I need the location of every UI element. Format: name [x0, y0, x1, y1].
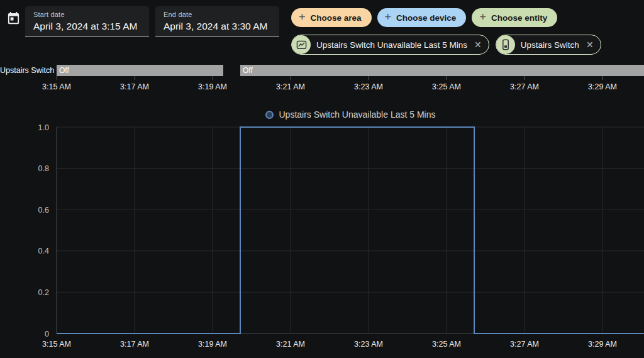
filter-chip[interactable]: Upstairs Switch Unavailable Last 5 Mins✕	[291, 35, 489, 55]
choose-entity-button[interactable]: +Choose entity	[472, 8, 557, 27]
y-tick-label: 0.6	[38, 206, 49, 215]
filter-buttons: +Choose area+Choose device+Choose entity	[291, 8, 557, 27]
y-tick-label: 0.8	[38, 164, 49, 173]
chip-close-icon[interactable]: ✕	[474, 40, 482, 49]
timeline-tick-label: 3:25 AM	[432, 82, 461, 91]
plus-icon: +	[479, 11, 486, 23]
timeline-tick	[57, 76, 57, 80]
x-tick-label: 3:17 AM	[120, 340, 149, 349]
start-date-label: Start date	[33, 11, 142, 18]
y-tick-label: 0	[45, 330, 49, 338]
switch-device-icon	[496, 35, 515, 54]
chip-label: Upstairs Switch	[521, 40, 579, 50]
timeline-tick	[602, 76, 603, 80]
series-line	[57, 127, 644, 333]
history-page: Start date April 3, 2024 at 3:15 AM End …	[0, 0, 644, 358]
choose-device-button[interactable]: +Choose device	[377, 8, 467, 27]
timeline-tick-label: 3:27 AM	[510, 82, 539, 91]
x-tick-label: 3:27 AM	[510, 340, 539, 349]
x-tick-label: 3:15 AM	[42, 340, 71, 349]
chip-label: Upstairs Switch Unavailable Last 5 Mins	[316, 40, 467, 50]
end-date-field[interactable]: End date April 3, 2024 at 3:30 AM	[155, 6, 279, 36]
x-tick-label: 3:29 AM	[588, 340, 617, 349]
button-label: Choose area	[311, 13, 362, 23]
timeline-tick	[213, 76, 213, 80]
x-tick-label: 3:19 AM	[198, 340, 227, 349]
history-chart[interactable]: 1.00.80.60.40.203:15 AM3:17 AM3:19 AM3:2…	[0, 101, 644, 352]
x-tick-label: 3:23 AM	[354, 340, 383, 349]
timeline-tick-label: 3:23 AM	[354, 82, 383, 91]
chart-line-icon	[292, 35, 311, 54]
timeline-tick-label: 3:21 AM	[276, 82, 305, 91]
timeline-tick-label: 3:15 AM	[42, 82, 71, 91]
timeline-bars: OffOff	[0, 65, 644, 76]
filter-chip[interactable]: Upstairs Switch✕	[496, 35, 601, 55]
start-date-field[interactable]: Start date April 3, 2024 at 3:15 AM	[25, 6, 149, 36]
x-tick-label: 3:25 AM	[432, 340, 461, 349]
timeline-tick	[291, 76, 291, 80]
timeline-tick	[369, 76, 369, 80]
plus-icon: +	[385, 11, 392, 23]
choose-area-button[interactable]: +Choose area	[291, 8, 372, 27]
timeline-state-segment[interactable]: Off	[240, 65, 644, 76]
timeline-tick-label: 3:29 AM	[588, 82, 617, 91]
button-label: Choose device	[396, 13, 456, 23]
plus-icon: +	[299, 11, 306, 23]
y-tick-label: 0.4	[38, 247, 49, 255]
timeline-tick-label: 3:19 AM	[198, 82, 227, 91]
end-date-label: End date	[164, 11, 272, 18]
x-tick-label: 3:21 AM	[276, 340, 305, 349]
button-label: Choose entity	[491, 13, 547, 23]
filter-chips: Upstairs Switch Unavailable Last 5 Mins✕…	[291, 35, 601, 55]
timeline-tick-label: 3:17 AM	[120, 82, 149, 91]
calendar-picker-button[interactable]	[4, 11, 22, 28]
end-date-value: April 3, 2024 at 3:30 AM	[164, 21, 272, 32]
timeline-state-segment[interactable]: Off	[57, 65, 223, 76]
y-tick-label: 0.2	[38, 288, 49, 297]
y-tick-label: 1.0	[38, 123, 49, 132]
calendar-range-icon	[6, 11, 21, 28]
chip-close-icon[interactable]: ✕	[586, 40, 594, 49]
start-date-value: April 3, 2024 at 3:15 AM	[33, 21, 142, 32]
timeline-tick	[525, 76, 525, 80]
timeline-tick	[135, 76, 135, 80]
timeline-tick	[447, 76, 447, 80]
